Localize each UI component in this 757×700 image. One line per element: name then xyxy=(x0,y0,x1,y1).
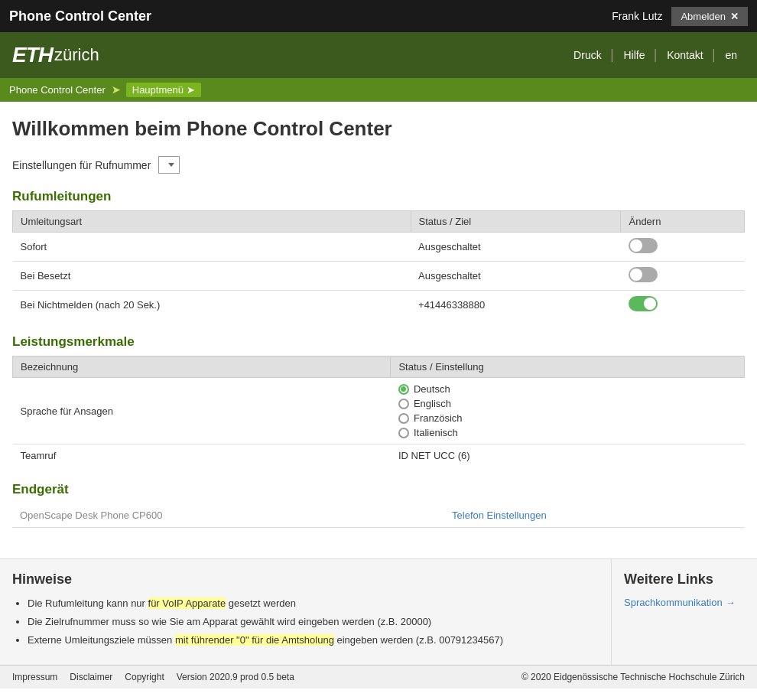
close-icon: ✕ xyxy=(730,11,739,22)
nav-druck[interactable]: Druck xyxy=(566,49,609,61)
umleitungsart-sofort: Sofort xyxy=(13,233,411,262)
breadcrumb: Phone Control Center ➤ Hauptmenü ➤ xyxy=(0,78,757,102)
status-nichtmelden: +41446338880 xyxy=(411,291,621,320)
arrow-icon: → xyxy=(726,597,736,608)
footer-left: Impressum Disclaimer Copyright Version 2… xyxy=(12,672,294,682)
footer-copyright[interactable]: Copyright xyxy=(125,672,164,682)
welcome-title: Willkommen beim Phone Control Center xyxy=(12,117,745,141)
toggle-switch-sofort[interactable] xyxy=(629,238,658,253)
list-item: Die Rufumleitung kann nur für VoIP Appar… xyxy=(28,597,599,610)
status-sofort: Ausgeschaltet xyxy=(411,233,621,262)
device-settings-link[interactable]: Telefon Einstellungen xyxy=(444,503,745,528)
app-title: Phone Control Center xyxy=(9,8,151,24)
footer: Impressum Disclaimer Copyright Version 2… xyxy=(0,665,757,689)
toggle-knob xyxy=(630,269,642,281)
toggle-besetzt[interactable] xyxy=(621,262,745,291)
status-besetzt: Ausgeschaltet xyxy=(411,262,621,291)
radio-circle-franzoesich xyxy=(398,413,409,424)
radio-circle-italienisch xyxy=(398,428,409,438)
highlight: mit führender "0" für die Amtsholung xyxy=(175,634,334,646)
bezeichnung-teamruf: Teamruf xyxy=(13,444,391,467)
sprachkommunikation-link[interactable]: Sprachkommunikation → xyxy=(624,597,745,608)
eth-zurich-text: zürich xyxy=(54,45,99,65)
col-bezeichnung: Bezeichnung xyxy=(13,357,391,378)
radio-franzoesich[interactable]: Französich xyxy=(398,412,737,424)
footer-impressum[interactable]: Impressum xyxy=(12,672,57,682)
rufumleitungen-table: Umleitungsart Status / Ziel Ändern Sofor… xyxy=(12,210,745,319)
sprache-options: Deutsch Englisch Französich Italien xyxy=(391,378,745,444)
toggle-switch-nichtmelden[interactable] xyxy=(629,296,658,311)
rufnummer-row: Einstellungen für Rufnummer xyxy=(12,156,745,174)
umleitungsart-nichtmelden: Bei Nichtmelden (nach 20 Sek.) xyxy=(13,291,411,320)
toggle-sofort[interactable] xyxy=(621,233,745,262)
table-row: Sofort Ausgeschaltet xyxy=(13,233,745,262)
hinweise-title: Hinweise xyxy=(12,571,599,588)
logout-button[interactable]: Abmelden ✕ xyxy=(671,7,748,26)
footer-right: © 2020 Eidgenössische Technische Hochsch… xyxy=(521,672,745,682)
radio-circle-englisch xyxy=(398,399,409,409)
main-content: Willkommen beim Phone Control Center Ein… xyxy=(0,102,757,551)
rufumleitungen-header: Rufumleitungen xyxy=(12,189,745,204)
nav-hilfe[interactable]: Hilfe xyxy=(616,49,652,61)
endgeraet-row: OpenScape Desk Phone CP600 Telefon Einst… xyxy=(12,503,745,528)
radio-englisch[interactable]: Englisch xyxy=(398,398,737,409)
telefon-einstellungen-link[interactable]: Telefon Einstellungen xyxy=(452,510,547,521)
bottom-area: Hinweise Die Rufumleitung kann nur für V… xyxy=(0,558,757,665)
list-item: Externe Umleitungsziele müssen mit führe… xyxy=(28,633,599,647)
radio-label-englisch: Englisch xyxy=(414,398,451,409)
breadcrumb-current: Hauptmenü ➤ xyxy=(126,83,201,97)
breadcrumb-active-arrow: ➤ xyxy=(187,84,195,96)
footer-version: Version 2020.9 prod 0.5 beta xyxy=(177,672,294,682)
nav-lang[interactable]: en xyxy=(717,49,745,61)
eth-logo: ETH zürich xyxy=(12,43,99,67)
top-bar-right: Frank Lutz Abmelden ✕ xyxy=(612,7,748,26)
weitere-links-section: Weitere Links Sprachkommunikation → xyxy=(612,559,757,665)
rufnummer-select[interactable] xyxy=(158,156,180,174)
radio-label-franzoesich: Französich xyxy=(414,412,463,424)
nav-kontakt[interactable]: Kontakt xyxy=(659,49,710,61)
umleitungsart-besetzt: Bei Besetzt xyxy=(13,262,411,291)
weitere-links-title: Weitere Links xyxy=(624,571,745,588)
footer-disclaimer[interactable]: Disclaimer xyxy=(70,672,112,682)
col-status-ziel: Status / Ziel xyxy=(411,211,621,233)
table-row: Teamruf ID NET UCC (6) xyxy=(13,444,745,467)
breadcrumb-arrow: ➤ xyxy=(112,84,120,96)
radio-italienisch[interactable]: Italienisch xyxy=(398,427,737,438)
bezeichnung-sprache: Sprache für Ansagen xyxy=(13,378,391,444)
username: Frank Lutz xyxy=(612,10,662,22)
toggle-knob xyxy=(630,239,642,252)
breadcrumb-home[interactable]: Phone Control Center xyxy=(9,84,106,96)
hinweise-section: Hinweise Die Rufumleitung kann nur für V… xyxy=(0,559,612,665)
toggle-nichtmelden[interactable] xyxy=(621,291,745,320)
leistungsmerkmale-header: Leistungsmerkmale xyxy=(12,334,745,350)
table-row: Sprache für Ansagen Deutsch Englisch xyxy=(13,378,745,444)
eth-nav: Druck │ Hilfe │ Kontakt │ en xyxy=(566,49,745,61)
col-status-einstellung: Status / Einstellung xyxy=(391,357,745,378)
logout-label: Abmelden xyxy=(681,11,726,22)
endgeraet-header: Endgerät xyxy=(12,482,745,497)
eth-header: ETH zürich Druck │ Hilfe │ Kontakt │ en xyxy=(0,32,757,78)
device-name: OpenScape Desk Phone CP600 xyxy=(12,503,444,528)
eth-logo-text: ETH xyxy=(12,43,53,67)
toggle-knob xyxy=(644,298,656,310)
radio-circle-deutsch xyxy=(398,384,409,395)
col-aendern: Ändern xyxy=(621,211,745,233)
col-umleitungsart: Umleitungsart xyxy=(13,211,411,233)
table-row: Bei Besetzt Ausgeschaltet xyxy=(13,262,745,291)
radio-label-italienisch: Italienisch xyxy=(414,427,458,438)
highlight: für VoIP Apparate xyxy=(148,597,226,609)
toggle-switch-besetzt[interactable] xyxy=(629,267,658,282)
list-item: Die Zielrufnummer muss so wie Sie am App… xyxy=(28,615,599,629)
hinweise-list: Die Rufumleitung kann nur für VoIP Appar… xyxy=(12,597,599,648)
leistungsmerkmale-table: Bezeichnung Status / Einstellung Sprache… xyxy=(12,356,745,467)
radio-label-deutsch: Deutsch xyxy=(414,383,450,395)
radio-deutsch[interactable]: Deutsch xyxy=(398,383,737,395)
table-row: Bei Nichtmelden (nach 20 Sek.) +41446338… xyxy=(13,291,745,320)
top-bar: Phone Control Center Frank Lutz Abmelden… xyxy=(0,0,757,32)
language-radio-group: Deutsch Englisch Französich Italien xyxy=(398,383,737,438)
endgeraet-table: OpenScape Desk Phone CP600 Telefon Einst… xyxy=(12,503,745,528)
teamruf-value: ID NET UCC (6) xyxy=(391,444,745,467)
rufnummer-label: Einstellungen für Rufnummer xyxy=(12,159,151,171)
